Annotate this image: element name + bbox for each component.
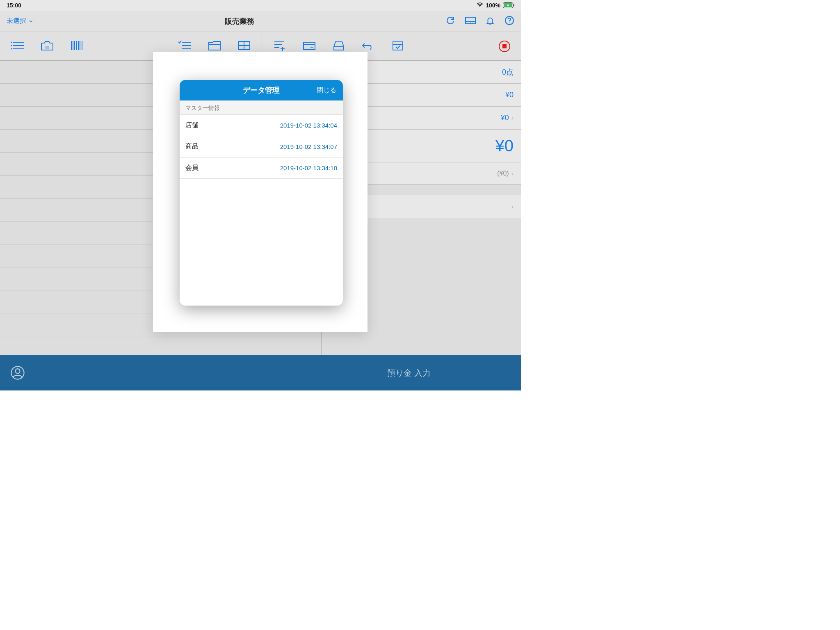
row-value: 2019-10-02 13:34:07: [280, 143, 337, 150]
row-value: 2019-10-02 13:34:10: [280, 164, 337, 171]
modal-section-header: マスター情報: [180, 100, 343, 115]
data-management-modal: データ管理 閉じる マスター情報 店舗 2019-10-02 13:34:04 …: [180, 80, 343, 306]
modal-row-member[interactable]: 会員 2019-10-02 13:34:10: [180, 158, 343, 179]
row-label: 商品: [185, 142, 199, 151]
modal-row-product[interactable]: 商品 2019-10-02 13:34:07: [180, 136, 343, 158]
row-label: 会員: [185, 164, 199, 172]
row-value: 2019-10-02 13:34:04: [280, 122, 337, 129]
modal-close-button[interactable]: 閉じる: [317, 86, 336, 95]
modal-row-store[interactable]: 店舗 2019-10-02 13:34:04: [180, 115, 343, 136]
row-label: 店舗: [185, 121, 199, 130]
